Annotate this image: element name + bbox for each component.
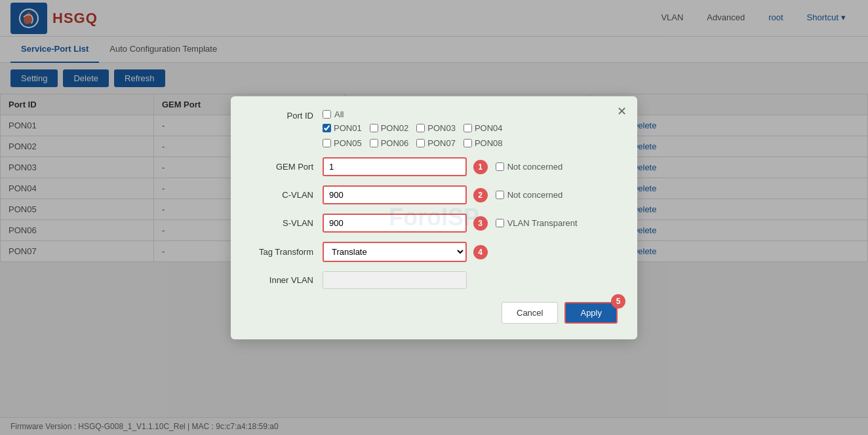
- tag-transform-row: Tag Transform TranslateAddRemoveReplace …: [250, 242, 618, 262]
- gem-port-input[interactable]: [323, 157, 467, 176]
- s-vlan-transparent-label: VLAN Transparent: [496, 218, 578, 228]
- port-checkbox-item: PON02: [370, 123, 409, 133]
- c-vlan-label: C-VLAN: [250, 190, 323, 200]
- port-checkbox-pon02[interactable]: [370, 124, 378, 132]
- checkbox-all-area: All: [323, 109, 503, 119]
- tag-transform-select-area: TranslateAddRemoveReplace 4: [323, 242, 488, 262]
- s-vlan-label: S-VLAN: [250, 218, 323, 228]
- tag-transform-select[interactable]: TranslateAddRemoveReplace: [323, 242, 467, 262]
- all-label: All: [334, 109, 344, 119]
- gem-port-label: GEM Port: [250, 162, 323, 172]
- port-id-label: Port ID: [250, 109, 323, 121]
- modal-dialog: ✕ Port ID All PON01PON02PON03PON04PON05P…: [231, 96, 637, 263]
- step-badge-3: 3: [473, 216, 488, 231]
- port-checkbox-item: PON06: [370, 138, 409, 148]
- port-checkbox-item: PON03: [416, 123, 456, 133]
- port-id-area: Port ID All PON01PON02PON03PON04PON05PON…: [250, 109, 618, 148]
- c-vlan-not-concerned-checkbox[interactable]: [496, 191, 504, 199]
- gem-port-row: GEM Port 1 Not concerned: [250, 157, 618, 176]
- port-id-checkboxes: All PON01PON02PON03PON04PON05PON06PON07P…: [323, 109, 503, 148]
- port-checkbox-pon08[interactable]: [464, 139, 472, 147]
- s-vlan-row: S-VLAN 3 VLAN Transparent: [250, 214, 618, 233]
- c-vlan-input[interactable]: [323, 185, 467, 204]
- port-checkbox-pon04[interactable]: [464, 124, 472, 132]
- port-checkbox-item: PON05: [323, 138, 362, 148]
- gem-port-input-area: 1: [323, 157, 488, 176]
- modal-overlay: ✕ Port ID All PON01PON02PON03PON04PON05P…: [0, 0, 868, 262]
- port-checkbox-item: PON08: [464, 138, 503, 148]
- gem-port-not-concerned-checkbox[interactable]: [496, 162, 504, 171]
- s-vlan-transparent-checkbox[interactable]: [496, 219, 504, 227]
- s-vlan-input[interactable]: [323, 214, 467, 233]
- c-vlan-input-area: 2: [323, 185, 488, 204]
- s-vlan-input-area: 3: [323, 214, 488, 233]
- close-button[interactable]: ✕: [617, 104, 627, 119]
- gem-port-not-concerned-label: Not concerned: [496, 162, 563, 172]
- step-badge-1: 1: [473, 160, 488, 174]
- port-checkbox-item: PON01: [323, 123, 362, 133]
- port-checkbox-item: PON04: [464, 123, 503, 133]
- checkbox-all[interactable]: [323, 110, 331, 119]
- port-checkbox-pon03[interactable]: [416, 124, 425, 132]
- c-vlan-row: C-VLAN 2 Not concerned: [250, 185, 618, 204]
- port-checkbox-pon05[interactable]: [323, 139, 331, 147]
- port-checkbox-pon06[interactable]: [370, 139, 378, 147]
- step-badge-2: 2: [473, 188, 488, 202]
- port-checkbox-pon01[interactable]: [323, 124, 331, 132]
- tag-transform-label: Tag Transform: [250, 247, 323, 257]
- port-checkbox-item: PON07: [416, 138, 456, 148]
- step-badge-4: 4: [473, 245, 488, 259]
- port-checkboxes-grid: PON01PON02PON03PON04PON05PON06PON07PON08: [323, 123, 503, 148]
- c-vlan-not-concerned-label: Not concerned: [496, 190, 563, 200]
- port-checkbox-pon07[interactable]: [416, 139, 425, 147]
